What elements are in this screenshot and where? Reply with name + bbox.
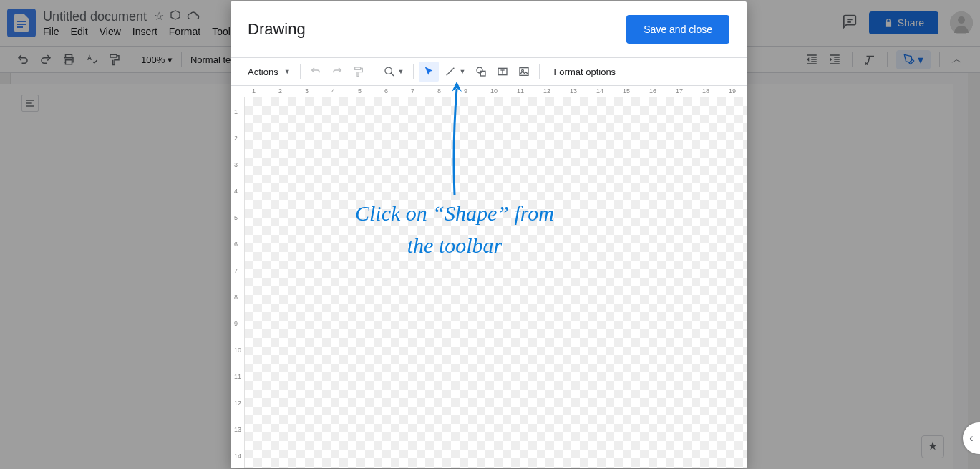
horizontal-ruler: 12345678910111213141516171819 (231, 86, 747, 97)
undo-button[interactable] (306, 62, 326, 82)
svg-point-10 (385, 67, 392, 74)
format-options-button[interactable]: Format options (545, 62, 624, 82)
canvas-area: 12345678910111213141516171819 1234567891… (231, 86, 747, 468)
drawing-dialog: Drawing Save and close Actions▼ ▼ ▼ Form… (231, 1, 747, 468)
redo-button[interactable] (327, 62, 347, 82)
dialog-title: Drawing (248, 20, 306, 39)
zoom-button[interactable]: ▼ (379, 62, 409, 82)
line-tool[interactable]: ▼ (440, 62, 470, 82)
save-and-close-button[interactable]: Save and close (626, 15, 729, 44)
svg-rect-9 (354, 67, 360, 69)
svg-rect-14 (481, 71, 486, 76)
image-tool[interactable] (514, 62, 534, 82)
paint-format-button[interactable] (349, 62, 369, 82)
textbox-tool[interactable] (493, 62, 513, 82)
svg-line-12 (447, 68, 455, 76)
svg-rect-18 (520, 68, 528, 76)
svg-line-11 (391, 73, 394, 76)
select-tool[interactable] (419, 62, 439, 82)
shape-tool[interactable] (471, 62, 491, 82)
vertical-ruler: 1234567891011121314 (231, 97, 245, 468)
svg-point-13 (477, 67, 482, 73)
actions-menu[interactable]: Actions▼ (239, 62, 295, 82)
drawing-toolbar: Actions▼ ▼ ▼ Format options (231, 57, 747, 86)
drawing-canvas[interactable] (245, 97, 747, 468)
